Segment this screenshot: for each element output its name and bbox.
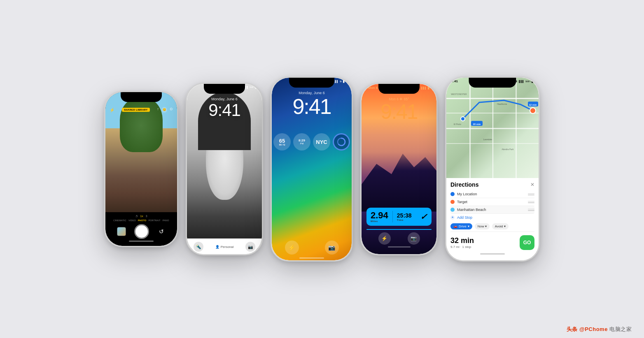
nike-workout-area: 2.94 Miles 25:38 Time ✓ ⚡ 📷 (362, 208, 436, 249)
chevron-down-icon: ▾ (485, 225, 487, 228)
lock4-bottom-buttons: ⚡ 📷 (362, 232, 436, 245)
svg-text:20 min: 20 min (473, 123, 481, 125)
battery-icon: ▊ (428, 86, 430, 89)
route-distance: 9.7 mi · 1 stop (450, 245, 474, 249)
profile-label: 👤 Personal (215, 245, 234, 249)
lock-bottom-bar: 🔦 👤 Personal 📷 (187, 238, 262, 254)
stop1-label: Target (457, 200, 525, 204)
route-stop1-row: Target (450, 198, 534, 206)
watermark: 头条 @PChome 电脑之家 (567, 326, 632, 333)
directions-title: Directions (450, 181, 478, 188)
drag-handle[interactable] (528, 193, 534, 195)
phone-bw-lockscreen: ▌▌▌ WiFi ▌ Monday, June 6 9:41 🔦 (186, 83, 263, 255)
notch (469, 78, 516, 88)
mode-pano[interactable]: PANO (163, 219, 169, 222)
signal-icon: ▌▌▌ (519, 80, 524, 83)
time-mode-button[interactable]: Now ▾ (475, 223, 490, 229)
chevron-down-icon: ▾ (468, 225, 469, 228)
nyc-widget: NYC (313, 133, 330, 150)
zoom-3x[interactable]: 3 (146, 215, 147, 218)
weather-widget: 65 55 72 (273, 133, 291, 150)
stop2-label: Manhattan Beach (457, 208, 525, 212)
wifi-icon: WiFi (250, 86, 254, 88)
status-time: Mon 6 (368, 86, 378, 90)
lock-time: 9:41 (187, 102, 262, 119)
watermark-prefix: 头条 @PChome (567, 326, 608, 332)
battery-icon: ▊ (532, 80, 534, 83)
zoom-1x[interactable]: 1x (140, 215, 143, 218)
svg-text:12 min: 12 min (529, 104, 537, 106)
camera-viewfinder[interactable]: ⚡ SHARED LIBRARY ↑ 😊 ⊙ (105, 92, 177, 212)
camera-modes: CINEMATIC VIDEO PHOTO PORTRAIT PANO (109, 219, 174, 222)
flashlight-button[interactable]: ⚡ (285, 241, 299, 255)
close-directions-button[interactable]: ✕ (530, 182, 534, 188)
mode-photo[interactable]: PHOTO (138, 219, 146, 222)
stop1-dot (450, 200, 455, 204)
home-indicator (480, 253, 505, 255)
phone-color-lockscreen: ▌▌▌ ⊕ ▊ Monday, June 6 9:41 65 55 72 (271, 76, 353, 262)
mode-cinematic[interactable]: CINEMATIC (113, 219, 126, 222)
from-dot (450, 192, 455, 196)
miles-value: 2.94 (371, 211, 388, 220)
drive-mode-button[interactable]: 🚗 Drive ▾ (450, 223, 472, 229)
route-svg: 12 min 20 min (446, 78, 539, 178)
camera-button[interactable]: 📷 (325, 241, 339, 255)
route-duration: 32 min (450, 236, 474, 245)
shutter-button[interactable] (134, 224, 149, 239)
flip-camera-icon[interactable]: ↺ (157, 227, 166, 236)
nike-workout-card: 2.94 Miles 25:38 Time ✓ (366, 208, 432, 226)
flashlight-button[interactable]: ⚡ (378, 232, 391, 245)
route-summary: 32 min 9.7 mi · 1 stop GO (450, 232, 534, 252)
route-from-row: My Location (450, 190, 534, 198)
notch (289, 78, 334, 88)
shared-library-badge: SHARED LIBRARY (122, 108, 150, 112)
zoom-point5[interactable]: .5 (135, 215, 138, 218)
directions-panel: Directions ✕ My Location Target (446, 178, 539, 260)
workout-progress-bar (366, 229, 432, 230)
route-stop2-row: Manhattan Beach (450, 206, 534, 214)
notch (121, 92, 162, 102)
last-photo-thumbnail[interactable] (117, 227, 126, 236)
lock4-time: 9:41 (362, 102, 436, 122)
from-label: My Location (457, 192, 525, 196)
lock3-bottom-buttons: ⚡ 📷 (272, 241, 352, 255)
wifi-icon: WiFi (525, 80, 530, 83)
drag-handle[interactable] (528, 209, 534, 211)
time-widget: 8:29 PM (293, 133, 310, 150)
battery-icon: ▊ (343, 80, 345, 83)
map-clock: 9:41 (451, 79, 458, 83)
mode-portrait[interactable]: PORTRAIT (148, 219, 160, 222)
phone-camera: ⚡ SHARED LIBRARY ↑ 😊 ⊙ .5 (104, 91, 178, 247)
svg-point-3 (530, 108, 536, 113)
lock4-top: Mon 6 ❄ 65° 9:41 (362, 97, 436, 122)
drag-handle[interactable] (528, 201, 534, 203)
flashlight-button[interactable]: 🔦 (194, 242, 203, 252)
home-indicator (272, 257, 352, 259)
add-stop-label: Add Stop (457, 215, 472, 220)
add-stop-row[interactable]: + Add Stop (450, 214, 534, 221)
lock3-widgets: 65 55 72 8:29 PM NYC (272, 133, 352, 150)
map-view[interactable]: WESTCHESTER Hawthorne El Porto Lawndale … (446, 78, 539, 178)
wifi-icon: ⊕ (340, 80, 342, 83)
workout-time-label: Time (397, 219, 412, 221)
transport-options-row: 🚗 Drive ▾ Now ▾ Avoid ▾ (450, 221, 534, 232)
lock-time-area: Monday, June 6 9:41 (187, 97, 262, 119)
lock3-time-area: Monday, June 6 9:41 (272, 91, 352, 117)
nike-swoosh-icon: ✓ (420, 212, 428, 222)
car-icon: 🚗 (453, 225, 457, 228)
avoid-button[interactable]: Avoid ▾ (492, 223, 509, 229)
phone-nike-lockscreen: Mon 6 ▌▌▌ ▊ Mon 6 ❄ 65° 9:41 2.94 (360, 83, 438, 255)
camera-controls: .5 1x 3 CINEMATIC VIDEO PHOTO PORTRAIT P… (105, 212, 177, 246)
camera-button[interactable]: 📷 (245, 242, 255, 252)
battery-icon: ▌ (255, 86, 257, 88)
mode-video[interactable]: VIDEO (128, 219, 136, 222)
camera-button[interactable]: 📷 (408, 232, 420, 245)
directions-header: Directions ✕ (450, 181, 534, 188)
watermark-suffix: 电脑之家 (609, 326, 632, 332)
home-indicator (388, 246, 411, 248)
workout-time-value: 25:38 (397, 212, 412, 219)
notch (204, 84, 245, 94)
stop2-dot (450, 208, 455, 212)
go-button[interactable]: GO (520, 235, 534, 250)
home-indicator (129, 241, 154, 242)
